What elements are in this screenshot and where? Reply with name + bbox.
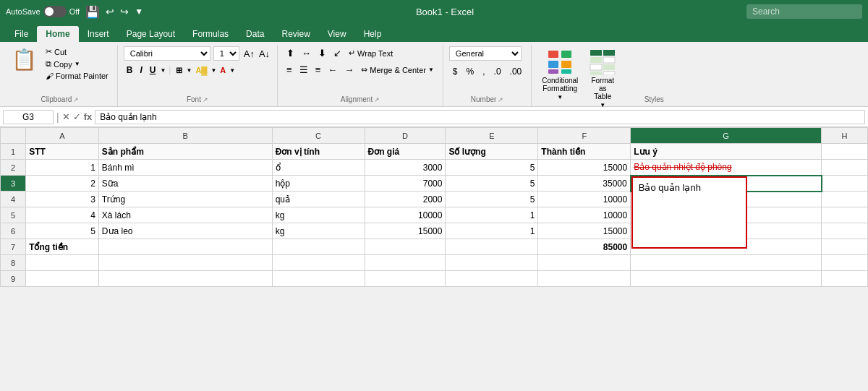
cell-g9[interactable] [631,271,822,287]
col-header-d[interactable]: D [365,128,446,144]
align-center-button[interactable]: ☰ [297,63,311,77]
cell-a3[interactable]: 2 [26,176,99,192]
conditional-formatting-dropdown[interactable]: ▼ [557,94,563,100]
cell-f5[interactable]: 10000 [538,207,631,223]
cell-g2[interactable]: Bảo quản nhiệt độ phòng [631,160,822,176]
decrease-font-button[interactable]: A↓ [258,48,271,59]
cell-h7[interactable] [822,239,868,255]
cell-d2[interactable]: 3000 [365,160,446,176]
cell-c2[interactable]: ổ [272,160,365,176]
number-expand-icon[interactable]: ↗ [498,96,503,103]
border-dropdown-icon[interactable]: ▼ [186,67,192,74]
cell-c3[interactable]: hộp [272,176,365,192]
col-header-b[interactable]: B [98,128,272,144]
cell-b5[interactable]: Xà lách [98,207,272,223]
align-top-button[interactable]: ⬆ [284,46,297,60]
bold-button[interactable]: B [124,64,136,76]
copy-button[interactable]: ⧉ Copy ▼ [43,59,111,69]
cell-a2[interactable]: 1 [26,160,99,176]
cell-d3[interactable]: 7000 [365,176,446,192]
cell-c9[interactable] [272,271,365,287]
font-color-dropdown-icon[interactable]: ▼ [229,67,235,74]
increase-indent-button[interactable]: → [341,63,357,77]
cell-b2[interactable]: Bánh mì [98,160,272,176]
cell-b3[interactable]: Sữa [98,176,272,192]
underline-button[interactable]: U [147,64,159,76]
cell-e3[interactable]: 5 [446,176,538,192]
font-expand-icon[interactable]: ↗ [203,96,208,103]
confirm-formula-icon[interactable]: ✓ [73,111,81,122]
tab-view[interactable]: View [319,26,355,42]
cell-h2[interactable] [822,160,868,176]
wrap-text-button[interactable]: ↵ Wrap Text [346,46,396,60]
col-header-g[interactable]: G [631,128,822,144]
paste-button[interactable]: 📋 [9,46,40,73]
comma-button[interactable]: , [479,65,488,78]
autosave-toggle-switch[interactable] [43,6,67,17]
cell-g3[interactable]: Bảo quản lạnh [631,176,822,192]
cell-e2[interactable]: 5 [446,160,538,176]
cell-e1[interactable]: Số lượng [446,144,538,160]
cell-e7[interactable] [446,239,538,255]
align-middle-button[interactable]: ↔ [299,46,314,60]
cell-reference-input[interactable] [3,110,54,124]
row-header-3[interactable]: 3 [1,176,26,192]
row-header-1[interactable]: 1 [1,144,26,160]
cell-h9[interactable] [822,271,868,287]
cell-a7[interactable]: Tổng tiền [26,239,99,255]
font-family-select[interactable]: Calibri [124,46,210,61]
underline-dropdown-icon[interactable]: ▼ [160,67,166,74]
col-header-a[interactable]: A [26,128,99,144]
format-as-table-dropdown[interactable]: ▼ [600,102,605,108]
fill-dropdown-icon[interactable]: ▼ [210,67,216,74]
cell-g8[interactable] [631,255,822,271]
cell-c4[interactable]: quả [272,192,365,207]
cell-h8[interactable] [822,255,868,271]
cell-d8[interactable] [365,255,446,271]
tab-insert[interactable]: Insert [79,26,118,42]
save-icon[interactable]: 💾 [85,5,100,19]
cell-h1[interactable] [822,144,868,160]
cell-h5[interactable] [822,207,868,223]
cell-f9[interactable] [538,271,631,287]
insert-function-icon[interactable]: fx [84,111,93,122]
cell-a9[interactable] [26,271,99,287]
cell-e5[interactable]: 1 [446,207,538,223]
align-right-button[interactable]: ≡ [312,63,324,77]
cell-h6[interactable] [822,223,868,239]
number-format-select[interactable]: General [449,46,522,61]
alignment-expand-icon[interactable]: ↗ [374,96,380,103]
cell-b4[interactable]: Trứng [98,192,272,207]
cell-c1[interactable]: Đơn vị tính [272,144,365,160]
tab-file[interactable]: File [6,26,37,42]
increase-font-button[interactable]: A↑ [242,48,256,59]
tab-home[interactable]: Home [37,26,78,42]
cell-f6[interactable]: 15000 [538,223,631,239]
cell-b8[interactable] [98,255,272,271]
italic-button[interactable]: I [137,64,145,76]
merge-center-button[interactable]: ⇔ Merge & Center ▼ [358,63,437,77]
cell-d6[interactable]: 15000 [365,223,446,239]
tab-data[interactable]: Data [237,26,273,42]
decrease-indent-button[interactable]: ← [325,63,340,77]
cell-f1[interactable]: Thành tiền [538,144,631,160]
font-color-button[interactable]: A [218,65,228,75]
row-header-9[interactable]: 9 [1,271,26,287]
cell-c5[interactable]: kg [272,207,365,223]
currency-button[interactable]: $ [449,65,461,78]
undo-icon[interactable]: ↩ [106,6,114,17]
redo-icon[interactable]: ↪ [120,6,129,17]
align-bottom-button[interactable]: ⬇ [315,46,329,60]
cell-e6[interactable]: 1 [446,223,538,239]
cell-h4[interactable] [822,192,868,207]
cell-a6[interactable]: 5 [26,223,99,239]
cell-c6[interactable]: kg [272,223,365,239]
merge-dropdown-icon[interactable]: ▼ [428,66,434,73]
row-header-2[interactable]: 2 [1,160,26,176]
format-painter-button[interactable]: 🖌 Format Painter [43,71,111,81]
cell-c7[interactable] [272,239,365,255]
tab-review[interactable]: Review [273,26,318,42]
cancel-formula-icon[interactable]: ✕ [62,111,70,122]
col-header-h[interactable]: H [822,128,868,144]
tab-help[interactable]: Help [355,26,391,42]
